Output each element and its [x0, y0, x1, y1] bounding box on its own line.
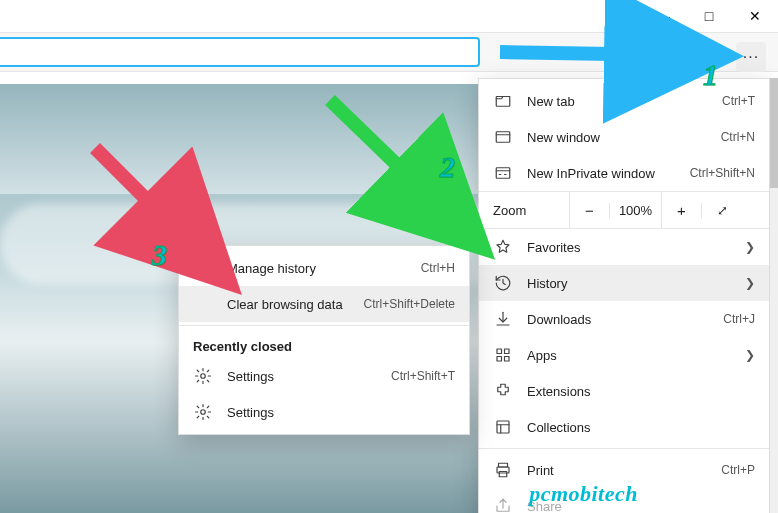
history-icon — [493, 273, 513, 293]
recent-item-settings[interactable]: Settings — [179, 394, 469, 430]
more-menu-button[interactable]: ··· — [736, 42, 766, 72]
fullscreen-button[interactable]: ⤢ — [701, 203, 743, 218]
zoom-label: Zoom — [479, 203, 569, 218]
svg-rect-5 — [497, 349, 502, 354]
zoom-out-button[interactable]: − — [569, 191, 609, 229]
chevron-right-icon: ❯ — [739, 276, 755, 290]
svg-point-18 — [201, 374, 206, 379]
menu-item-label: New window — [527, 130, 721, 145]
watermark: pcmobitech — [529, 481, 638, 507]
scrollbar-thumb[interactable] — [770, 78, 778, 188]
menu-item-label: Extensions — [527, 384, 755, 399]
menu-item-shortcut: Ctrl+P — [721, 463, 755, 477]
separator — [179, 325, 469, 326]
separator — [479, 448, 769, 449]
svg-rect-7 — [497, 357, 502, 362]
zoom-row: Zoom − 100% + ⤢ — [479, 191, 769, 229]
svg-rect-8 — [505, 357, 510, 362]
menu-item-extensions[interactable]: Extensions — [479, 373, 769, 409]
menu-item-collections[interactable]: Collections — [479, 409, 769, 445]
chevron-right-icon: ❯ — [739, 348, 755, 362]
menu-item-label: Print — [527, 463, 721, 478]
submenu-item-label: Manage history — [227, 261, 421, 276]
main-menu: New tab Ctrl+T New window Ctrl+N New InP… — [478, 78, 770, 513]
menu-item-downloads[interactable]: Downloads Ctrl+J — [479, 301, 769, 337]
submenu-item-shortcut: Ctrl+H — [421, 261, 455, 275]
history-submenu: Manage history Ctrl+H Clear browsing dat… — [178, 245, 470, 435]
menu-item-label: New InPrivate window — [527, 166, 690, 181]
window-icon — [493, 127, 513, 147]
scrollbar[interactable] — [770, 78, 778, 513]
recently-closed-heading: Recently closed — [179, 329, 469, 358]
address-bar[interactable] — [0, 37, 480, 67]
svg-rect-0 — [496, 97, 510, 107]
svg-rect-14 — [499, 472, 507, 477]
menu-item-label: Apps — [527, 348, 739, 363]
menu-item-shortcut: Ctrl+T — [722, 94, 755, 108]
svg-rect-3 — [496, 168, 510, 179]
menu-item-new-tab[interactable]: New tab Ctrl+T — [479, 83, 769, 119]
inprivate-icon — [493, 163, 513, 183]
annotation-number-2: 2 — [440, 150, 455, 184]
share-icon — [493, 496, 513, 513]
zoom-value: 100% — [609, 203, 661, 218]
star-icon — [493, 237, 513, 257]
submenu-item-manage-history[interactable]: Manage history Ctrl+H — [179, 250, 469, 286]
menu-item-label: New tab — [527, 94, 722, 109]
collections-icon — [493, 417, 513, 437]
menu-item-label: Favorites — [527, 240, 739, 255]
submenu-item-label: Clear browsing data — [227, 297, 364, 312]
minimize-button[interactable]: — — [640, 0, 686, 32]
menu-item-shortcut: Ctrl+Shift+N — [690, 166, 755, 180]
svg-rect-1 — [496, 132, 510, 143]
recent-item-settings[interactable]: Settings Ctrl+Shift+T — [179, 358, 469, 394]
gear-icon — [193, 402, 213, 422]
annotation-number-1: 1 — [703, 58, 718, 92]
close-button[interactable]: ✕ — [732, 0, 778, 32]
apps-icon — [493, 345, 513, 365]
submenu-item-shortcut: Ctrl+Shift+Delete — [364, 297, 455, 311]
menu-item-label: Collections — [527, 420, 755, 435]
submenu-item-clear-browsing-data[interactable]: Clear browsing data Ctrl+Shift+Delete — [179, 286, 469, 322]
zoom-in-button[interactable]: + — [661, 191, 701, 229]
chevron-right-icon: ❯ — [739, 240, 755, 254]
history-icon — [193, 258, 213, 278]
menu-item-label: History — [527, 276, 739, 291]
tab-icon — [493, 91, 513, 111]
recent-item-label: Settings — [227, 369, 391, 384]
recent-item-shortcut: Ctrl+Shift+T — [391, 369, 455, 383]
gear-icon — [193, 366, 213, 386]
annotation-number-3: 3 — [152, 238, 167, 272]
menu-item-shortcut: Ctrl+J — [723, 312, 755, 326]
menu-item-new-window[interactable]: New window Ctrl+N — [479, 119, 769, 155]
menu-item-new-inprivate-window[interactable]: New InPrivate window Ctrl+Shift+N — [479, 155, 769, 191]
menu-item-shortcut: Ctrl+N — [721, 130, 755, 144]
menu-item-history[interactable]: History ❯ — [479, 265, 769, 301]
svg-rect-6 — [505, 349, 510, 354]
recent-item-label: Settings — [227, 405, 455, 420]
maximize-button[interactable]: □ — [686, 0, 732, 32]
svg-rect-9 — [497, 421, 509, 433]
menu-item-label: Downloads — [527, 312, 723, 327]
download-icon — [493, 309, 513, 329]
menu-item-apps[interactable]: Apps ❯ — [479, 337, 769, 373]
svg-point-19 — [201, 410, 206, 415]
ext-icon — [493, 381, 513, 401]
print-icon — [493, 460, 513, 480]
menu-item-favorites[interactable]: Favorites ❯ — [479, 229, 769, 265]
window-controls: — □ ✕ — [0, 0, 778, 32]
blank-icon — [193, 294, 213, 314]
